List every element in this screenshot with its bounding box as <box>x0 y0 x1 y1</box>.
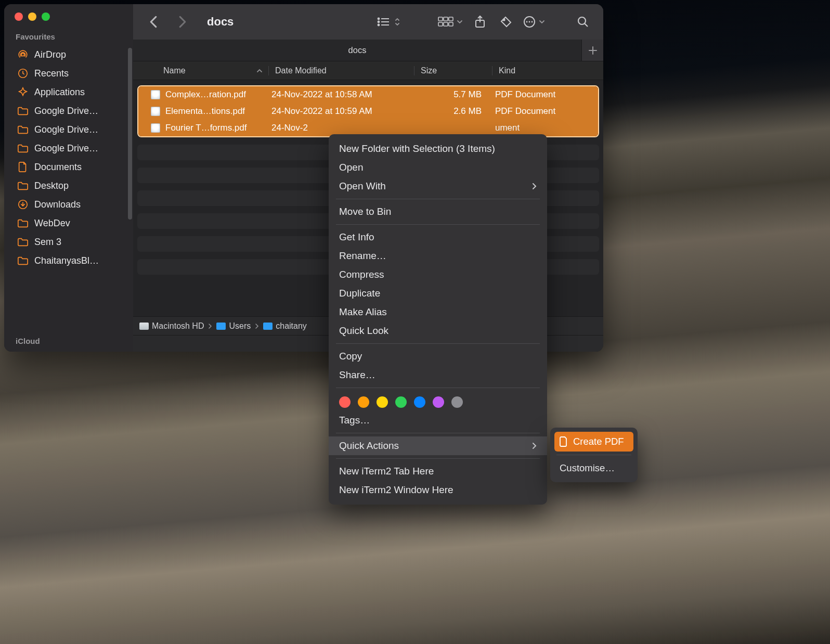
menu-item-make-alias[interactable]: Make Alias <box>329 303 547 321</box>
menu-item-new-folder-with-selection-3-items-[interactable]: New Folder with Selection (3 Items) <box>329 139 547 158</box>
share-button[interactable] <box>471 13 489 31</box>
tag-color[interactable] <box>433 396 444 408</box>
tag-color[interactable] <box>451 396 463 408</box>
menu-item-open-with[interactable]: Open With <box>329 177 547 196</box>
column-size: Size <box>414 66 492 75</box>
disk-icon <box>139 323 149 330</box>
svg-line-22 <box>585 23 588 27</box>
tags-button[interactable] <box>497 13 515 31</box>
new-tab-button[interactable] <box>581 40 603 61</box>
menu-item-duplicate[interactable]: Duplicate <box>329 284 547 303</box>
sidebar-item-label: Recents <box>34 68 69 79</box>
file-name: Elementa…tions.pdf <box>165 106 245 117</box>
sidebar-item-applications[interactable]: Applications <box>4 83 133 101</box>
menu-item-new-iterm2-window-here[interactable]: New iTerm2 Window Here <box>329 481 547 499</box>
file-name: Complex…ration.pdf <box>165 89 246 100</box>
sidebar-scrollbar[interactable] <box>128 48 132 220</box>
close-button[interactable] <box>15 12 23 21</box>
file-row[interactable]: Elementa…tions.pdf 24-Nov-2022 at 10:59 … <box>138 103 598 120</box>
svg-rect-9 <box>438 17 443 21</box>
menu-item-label: Tags… <box>339 415 370 426</box>
menu-item-tags-[interactable]: Tags… <box>329 411 547 430</box>
maximize-button[interactable] <box>42 12 50 21</box>
more-button[interactable] <box>523 16 545 28</box>
view-mode-button[interactable] <box>377 17 400 27</box>
menu-item-label: New iTerm2 Tab Here <box>339 466 434 477</box>
folder-icon <box>17 142 29 154</box>
path-segment[interactable]: Users <box>216 321 251 331</box>
submenu-item-label: Customise… <box>560 462 615 474</box>
download-icon <box>17 198 29 211</box>
sidebar-item-sem-3[interactable]: Sem 3 <box>4 233 133 251</box>
menu-item-share-[interactable]: Share… <box>329 366 547 384</box>
sidebar-item-label: Google Drive… <box>34 143 98 154</box>
menu-item-compress[interactable]: Compress <box>329 265 547 284</box>
selection-group: Complex…ration.pdf 24-Nov-2022 at 10:58 … <box>137 85 599 137</box>
tag-color[interactable] <box>358 396 369 408</box>
path-segment[interactable]: Macintosh HD <box>139 321 204 331</box>
chevron-right-icon <box>531 183 537 190</box>
menu-item-label: Make Alias <box>339 306 387 318</box>
svg-point-21 <box>578 17 586 24</box>
sidebar-item-desktop[interactable]: Desktop <box>4 176 133 195</box>
tab-bar: docs <box>133 40 603 61</box>
toolbar: docs <box>133 4 603 40</box>
tag-color-row <box>329 391 547 411</box>
sidebar-item-webdev[interactable]: WebDev <box>4 214 133 233</box>
menu-item-quick-look[interactable]: Quick Look <box>329 321 547 340</box>
sidebar-item-chaitanyasbl-[interactable]: ChaitanyasBl… <box>4 251 133 270</box>
folder-icon <box>17 123 29 136</box>
menu-separator <box>336 343 540 344</box>
menu-item-rename-[interactable]: Rename… <box>329 247 547 265</box>
menu-item-new-iterm2-tab-here[interactable]: New iTerm2 Tab Here <box>329 462 547 481</box>
sidebar-item-label: Google Drive… <box>34 124 98 135</box>
menu-item-copy[interactable]: Copy <box>329 347 547 366</box>
minimize-button[interactable] <box>28 12 36 21</box>
menu-item-quick-actions[interactable]: Quick Actions <box>329 436 547 455</box>
sidebar-item-label: WebDev <box>34 218 70 229</box>
sidebar-items: AirDropRecentsApplicationsGoogle Drive…G… <box>4 45 133 270</box>
menu-item-move-to-bin[interactable]: Move to Bin <box>329 202 547 221</box>
tag-color[interactable] <box>395 396 407 408</box>
window-controls <box>4 4 133 30</box>
path-segment[interactable]: chaitany <box>263 321 307 331</box>
submenu-item-create-pdf[interactable]: Create PDF <box>554 432 633 452</box>
folder-icon <box>17 105 29 117</box>
sidebar-item-recents[interactable]: Recents <box>4 64 133 83</box>
file-row[interactable]: Complex…ration.pdf 24-Nov-2022 at 10:58 … <box>138 86 598 103</box>
menu-item-label: Rename… <box>339 250 386 262</box>
sidebar-section-icloud: iCloud <box>4 326 40 352</box>
column-date-modified: Date Modified <box>268 66 414 75</box>
column-headers[interactable]: Name Date Modified Size Kind <box>133 61 603 80</box>
airdrop-icon <box>17 48 29 61</box>
tag-color[interactable] <box>377 396 388 408</box>
tag-color[interactable] <box>414 396 425 408</box>
folder-icon <box>17 179 29 192</box>
menu-item-label: Quick Actions <box>339 440 399 452</box>
sidebar-item-google-drive-[interactable]: Google Drive… <box>4 120 133 139</box>
search-button[interactable] <box>574 13 592 31</box>
tab-docs[interactable]: docs <box>133 40 581 61</box>
pdf-file-icon <box>151 107 160 116</box>
folder-icon <box>17 236 29 248</box>
menu-item-label: Duplicate <box>339 288 380 299</box>
back-button[interactable] <box>145 13 162 31</box>
tag-color[interactable] <box>339 396 351 408</box>
menu-item-label: Get Info <box>339 231 374 243</box>
file-kind: PDF Document <box>493 106 598 117</box>
chevron-right-icon <box>208 323 212 329</box>
sidebar-item-airdrop[interactable]: AirDrop <box>4 45 133 64</box>
sidebar-item-documents[interactable]: Documents <box>4 158 133 176</box>
group-button[interactable] <box>438 16 463 28</box>
menu-item-open[interactable]: Open <box>329 158 547 177</box>
sidebar-item-downloads[interactable]: Downloads <box>4 195 133 214</box>
sidebar-item-google-drive-[interactable]: Google Drive… <box>4 101 133 120</box>
menu-separator <box>336 199 540 199</box>
svg-rect-11 <box>449 17 453 21</box>
menu-item-get-info[interactable]: Get Info <box>329 228 547 247</box>
sidebar-item-google-drive-[interactable]: Google Drive… <box>4 139 133 158</box>
submenu-item-customise-[interactable]: Customise… <box>554 458 633 478</box>
path-label: Macintosh HD <box>152 321 204 331</box>
forward-button[interactable] <box>174 13 191 31</box>
doc-icon <box>17 161 29 173</box>
